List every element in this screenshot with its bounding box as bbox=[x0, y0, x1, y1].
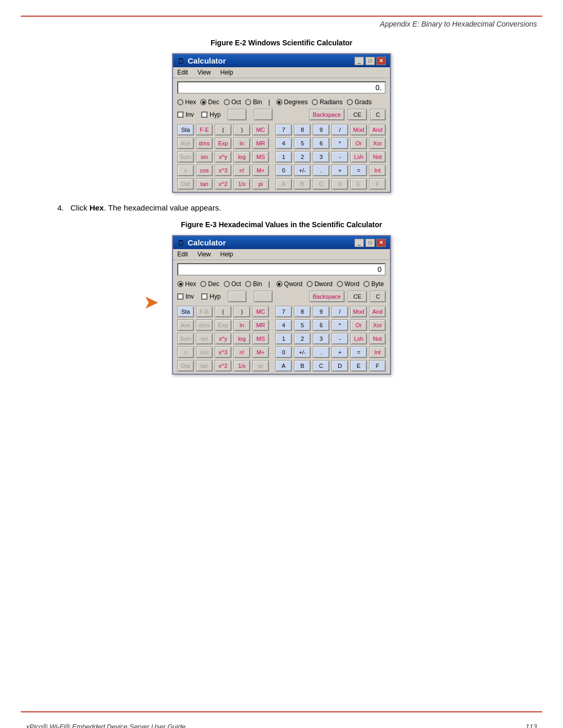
calc2-btn-A[interactable]: A bbox=[275, 360, 292, 372]
int-btn[interactable]: Int bbox=[369, 165, 386, 176]
btn-4[interactable]: 4 bbox=[275, 138, 292, 149]
calc2-radio-oct[interactable]: Oct bbox=[224, 280, 241, 288]
calc2-int-btn[interactable]: Int bbox=[369, 347, 386, 358]
calc2-mplus-btn[interactable]: M+ bbox=[252, 347, 269, 358]
calc2-x3-btn[interactable]: x^3 bbox=[215, 347, 231, 358]
fe-btn[interactable]: F-E bbox=[196, 124, 213, 135]
btn-7[interactable]: 7 bbox=[275, 124, 292, 135]
calc2-tan-btn[interactable]: tan bbox=[196, 360, 213, 372]
ms-btn[interactable]: MS bbox=[252, 151, 269, 163]
log-btn[interactable]: log bbox=[234, 151, 250, 163]
calc2-radio-dec[interactable]: Dec bbox=[200, 280, 219, 288]
calc2-lsh-btn[interactable]: Lsh bbox=[350, 333, 367, 344]
calc2-sta-btn[interactable]: Sta bbox=[177, 306, 194, 317]
or-btn[interactable]: Or bbox=[350, 138, 367, 149]
calc2-dms-btn[interactable]: dms bbox=[196, 319, 213, 331]
calc2-minimize-button[interactable]: _ bbox=[354, 239, 364, 247]
btn-C[interactable]: C bbox=[313, 178, 329, 190]
btn-1[interactable]: 1 bbox=[275, 151, 292, 163]
c-button[interactable]: C bbox=[370, 109, 386, 120]
calc2-btn-C-hex[interactable]: C bbox=[313, 360, 329, 372]
btn-8[interactable]: 8 bbox=[294, 124, 311, 135]
checkbox-hyp[interactable]: Hyp bbox=[201, 111, 221, 118]
calc2-ce-button[interactable]: CE bbox=[348, 291, 367, 302]
calc2-ms-btn[interactable]: MS bbox=[252, 333, 269, 344]
dat-btn[interactable]: Dat bbox=[177, 178, 194, 190]
close-button[interactable]: ✕ bbox=[376, 57, 386, 65]
calc2-btn-0[interactable]: 0 bbox=[275, 347, 292, 358]
calc2-radio-hex[interactable]: Hex bbox=[177, 280, 196, 288]
btn-B[interactable]: B bbox=[294, 178, 311, 190]
calc2-btn-eq[interactable]: = bbox=[350, 347, 367, 358]
radio-bin[interactable]: Bin bbox=[245, 98, 262, 106]
minimize-button[interactable]: _ bbox=[354, 57, 364, 65]
calc2-xy-btn[interactable]: x^y bbox=[215, 333, 231, 344]
calc2-checkbox-inv[interactable]: Inv bbox=[177, 293, 194, 300]
radio-radians[interactable]: Radians bbox=[312, 98, 342, 106]
calc2-s-btn[interactable]: s bbox=[177, 347, 194, 358]
calc2-xor-btn[interactable]: Xor bbox=[369, 319, 386, 331]
calc2-btn-add[interactable]: + bbox=[332, 347, 348, 358]
ave-btn[interactable]: Ave bbox=[177, 138, 194, 149]
calc2-recip-btn[interactable]: 1/x bbox=[234, 360, 250, 372]
calc2-and-btn[interactable]: And bbox=[369, 306, 386, 317]
tan-btn[interactable]: tan bbox=[196, 178, 213, 190]
backspace-button[interactable]: Backspace bbox=[309, 109, 345, 120]
calc2-btn-sub[interactable]: - bbox=[332, 333, 348, 344]
calc2-btn-4[interactable]: 4 bbox=[275, 319, 292, 331]
btn-6[interactable]: 6 bbox=[313, 138, 329, 149]
calc2-btn-E[interactable]: E bbox=[350, 360, 367, 372]
sta-btn[interactable]: Sta bbox=[177, 124, 194, 135]
calc2-cos-btn[interactable]: cos bbox=[196, 347, 213, 358]
btn-eq[interactable]: = bbox=[350, 165, 367, 176]
nfact-btn[interactable]: n! bbox=[234, 165, 250, 176]
blank-btn-2[interactable] bbox=[254, 109, 273, 120]
not-btn[interactable]: Not bbox=[369, 151, 386, 163]
calc2-dat-btn[interactable]: Dat bbox=[177, 360, 194, 372]
calc2-mc-btn[interactable]: MC bbox=[252, 306, 269, 317]
btn-0[interactable]: 0 bbox=[275, 165, 292, 176]
calc2-radio-word[interactable]: Word bbox=[337, 280, 359, 288]
blank-btn-1[interactable] bbox=[228, 109, 247, 120]
recip-btn[interactable]: 1/x bbox=[234, 178, 250, 190]
calc2-btn-6[interactable]: 6 bbox=[313, 319, 329, 331]
calc2-c-button[interactable]: C bbox=[370, 291, 386, 302]
calc2-x2-btn[interactable]: x^2 bbox=[215, 360, 231, 372]
calc2-btn-B[interactable]: B bbox=[294, 360, 311, 372]
calc2-exp-btn[interactable]: Exp bbox=[215, 319, 231, 331]
calc2-btn-3[interactable]: 3 bbox=[313, 333, 329, 344]
btn-3[interactable]: 3 bbox=[313, 151, 329, 163]
calc2-ln-btn[interactable]: ln bbox=[234, 319, 250, 331]
radio-oct[interactable]: Oct bbox=[224, 98, 241, 106]
calc2-ave-btn[interactable]: Ave bbox=[177, 319, 194, 331]
restore-button[interactable]: □ bbox=[365, 57, 375, 65]
calc2-radio-qword[interactable]: Qword bbox=[276, 280, 302, 288]
btn-sub[interactable]: - bbox=[332, 151, 348, 163]
calc2-restore-button[interactable]: □ bbox=[365, 239, 375, 247]
calc2-mod-btn[interactable]: Mod bbox=[350, 306, 367, 317]
menu-edit[interactable]: Edit bbox=[176, 68, 189, 77]
sum-btn[interactable]: Sum bbox=[177, 151, 194, 163]
pi-btn[interactable]: pi bbox=[252, 178, 269, 190]
calc2-menu-view[interactable]: View bbox=[197, 250, 212, 258]
and-btn[interactable]: And bbox=[369, 124, 386, 135]
calc2-sum-btn[interactable]: Sum bbox=[177, 333, 194, 344]
calc2-radio-bin[interactable]: Bin bbox=[245, 280, 262, 288]
mplus-btn[interactable]: M+ bbox=[252, 165, 269, 176]
menu-help[interactable]: Help bbox=[219, 68, 234, 77]
calc2-backspace-button[interactable]: Backspace bbox=[309, 291, 345, 302]
calc2-radio-dword[interactable]: Dword bbox=[307, 280, 333, 288]
cos-btn[interactable]: cos bbox=[196, 165, 213, 176]
calc2-radio-byte[interactable]: Byte bbox=[363, 280, 384, 288]
btn-A[interactable]: A bbox=[275, 178, 292, 190]
calc2-btn-pm[interactable]: +/- bbox=[294, 347, 311, 358]
x3-btn[interactable]: x^3 bbox=[215, 165, 231, 176]
mc-btn[interactable]: MC bbox=[252, 124, 269, 135]
xor-btn[interactable]: Xor bbox=[369, 138, 386, 149]
btn-add[interactable]: + bbox=[332, 165, 348, 176]
calc2-btn-8[interactable]: 8 bbox=[294, 306, 311, 317]
calc2-btn-2[interactable]: 2 bbox=[294, 333, 311, 344]
calc2-log-btn[interactable]: log bbox=[234, 333, 250, 344]
calc2-btn-9[interactable]: 9 bbox=[313, 306, 329, 317]
xy-btn[interactable]: x^y bbox=[215, 151, 231, 163]
